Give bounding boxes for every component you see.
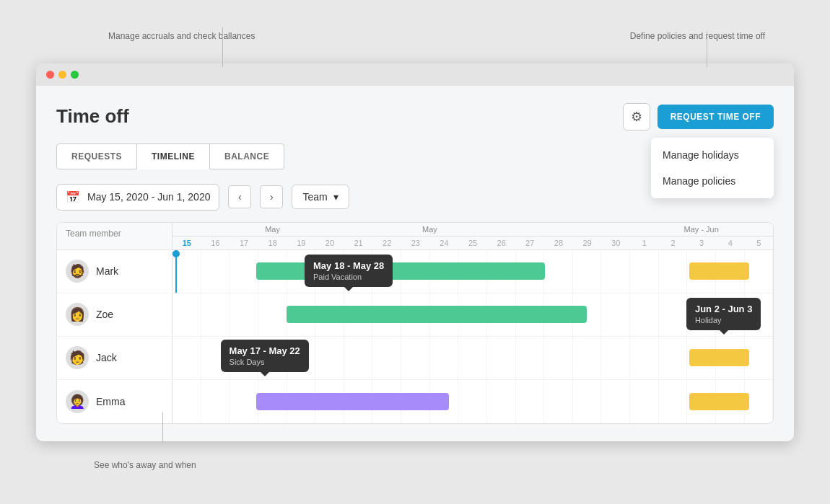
bars-cell-mark: May 18 - May 28 Paid Vacation (172, 250, 773, 293)
date-range-picker[interactable]: 📅 May 15, 2020 - Jun 1, 2020 (56, 184, 219, 211)
prev-button[interactable]: ‹ (228, 185, 251, 208)
tab-balance[interactable]: BALANCE (210, 143, 284, 169)
bars-cell-jack: May 17 - May 22 Sick Days (172, 337, 773, 379)
bar-mark-yellow[interactable] (689, 262, 749, 280)
next-button[interactable]: › (260, 185, 283, 208)
day-21: 21 (344, 236, 373, 249)
day-19: 19 (287, 236, 316, 249)
header-actions: ⚙ REQUEST TIME OFF Manage holidays Manag… (623, 103, 774, 131)
browser-window: Time off ⚙ REQUEST TIME OFF Manage holid… (36, 63, 794, 441)
table-row: 🧔 Mark (57, 250, 773, 293)
gantt-header: Team member May May May - Jun (57, 223, 773, 250)
gantt-col-header: Team member (57, 223, 172, 249)
day-25: 25 (458, 236, 487, 249)
day-5: 5 (745, 236, 774, 249)
month-label-may1: May (201, 223, 344, 236)
bar-zoe-vacation[interactable] (287, 306, 587, 323)
day-20: 20 (315, 236, 344, 249)
day-17: 17 (230, 236, 258, 249)
day-27: 27 (516, 236, 545, 249)
annotation-tr-line (707, 31, 707, 67)
annotation-bl-line (162, 412, 163, 441)
prev-icon: ‹ (238, 191, 242, 203)
avatar-emma: 👩‍🦱 (66, 390, 89, 413)
bar-emma-yellow[interactable] (689, 393, 749, 410)
annotation-top-right: Define policies and request time off (630, 31, 765, 41)
gantt-dates-area: May May May - Jun 15 16 17 18 19 (172, 223, 773, 249)
chevron-down-icon: ▾ (333, 191, 338, 203)
date-range-text: May 15, 2020 - Jun 1, 2020 (87, 191, 210, 203)
annotation-bottom: See who's away and when (94, 460, 196, 470)
month-label-may2: May (372, 223, 486, 236)
member-name-zoe: Zoe (96, 309, 113, 320)
day-15: 15 (172, 236, 201, 249)
day-3: 3 (687, 236, 716, 249)
day-2: 2 (659, 236, 688, 249)
member-cell-mark: 🧔 Mark (57, 250, 172, 293)
close-dot[interactable] (46, 71, 54, 79)
team-selector[interactable]: Team ▾ (292, 185, 349, 209)
member-cell-zoe: 👩 Zoe (57, 293, 172, 336)
page-title: Time off (56, 105, 129, 128)
avatar-jack: 🧑 (66, 346, 89, 369)
gear-button[interactable]: ⚙ (623, 103, 650, 131)
day-23: 23 (401, 236, 430, 249)
month-label-empty3 (487, 223, 630, 236)
avatar-mark: 🧔 (66, 260, 89, 283)
bar-jack-yellow[interactable] (689, 349, 749, 366)
day-29: 29 (573, 236, 602, 249)
table-row: 👩‍🦱 Emma (57, 380, 773, 423)
bar-emma-purple[interactable] (256, 393, 448, 410)
day-28: 28 (544, 236, 573, 249)
member-cell-jack: 🧑 Jack (57, 337, 172, 379)
month-label-empty2 (344, 223, 373, 236)
team-label: Team (302, 191, 327, 203)
dropdown-menu: Manage holidays Manage policies (651, 138, 774, 198)
annotation-tl-vline (222, 27, 223, 63)
gantt-container: Team member May May May - Jun (56, 222, 774, 424)
outer-wrapper: Manage accruals and check ballances Defi… (36, 63, 794, 441)
day-24: 24 (430, 236, 459, 249)
tab-requests[interactable]: REQUESTS (56, 143, 137, 169)
gantt-grid-jack (172, 337, 773, 379)
table-row: 👩 Zoe (57, 293, 773, 337)
member-name-emma: Emma (96, 396, 125, 407)
app-header: Time off ⚙ REQUEST TIME OFF Manage holid… (56, 103, 774, 131)
manage-policies-item[interactable]: Manage policies (651, 168, 774, 194)
bars-cell-zoe: Jun 2 - Jun 3 Holiday (172, 293, 773, 336)
day-labels: 15 16 17 18 19 20 21 22 23 24 25 26 (172, 236, 773, 249)
day-18: 18 (258, 236, 287, 249)
minimize-dot[interactable] (58, 71, 66, 79)
member-name-mark: Mark (96, 265, 118, 277)
annotation-top-left: Manage accruals and check ballances (108, 31, 255, 41)
next-icon: › (270, 191, 274, 203)
gear-icon: ⚙ (631, 109, 642, 125)
app-content: Time off ⚙ REQUEST TIME OFF Manage holid… (36, 86, 794, 441)
calendar-icon: 📅 (66, 190, 80, 204)
month-labels: May May May - Jun (172, 223, 773, 236)
day-4: 4 (716, 236, 745, 249)
manage-holidays-item[interactable]: Manage holidays (651, 142, 774, 168)
request-time-off-button[interactable]: REQUEST TIME OFF (658, 105, 774, 129)
avatar-zoe: 👩 (66, 303, 89, 326)
day-1: 1 (630, 236, 659, 249)
day-30: 30 (601, 236, 630, 249)
day-16: 16 (201, 236, 230, 249)
tab-timeline[interactable]: TIMELINE (137, 143, 210, 169)
day-22: 22 (372, 236, 401, 249)
bars-cell-emma (172, 380, 773, 423)
browser-titlebar (36, 63, 794, 86)
day-26: 26 (487, 236, 516, 249)
member-name-jack: Jack (96, 352, 117, 363)
bar-zoe-yellow[interactable] (689, 306, 749, 323)
month-label-mayjun: May - Jun (630, 223, 773, 236)
table-row: 🧑 Jack (57, 337, 773, 380)
bar-mark-vacation[interactable] (256, 262, 544, 280)
today-line (175, 250, 177, 293)
maximize-dot[interactable] (71, 71, 79, 79)
month-label-empty1 (172, 223, 201, 236)
member-cell-emma: 👩‍🦱 Emma (57, 380, 172, 423)
today-dot (172, 250, 180, 257)
gantt-body: 🧔 Mark (57, 250, 773, 423)
